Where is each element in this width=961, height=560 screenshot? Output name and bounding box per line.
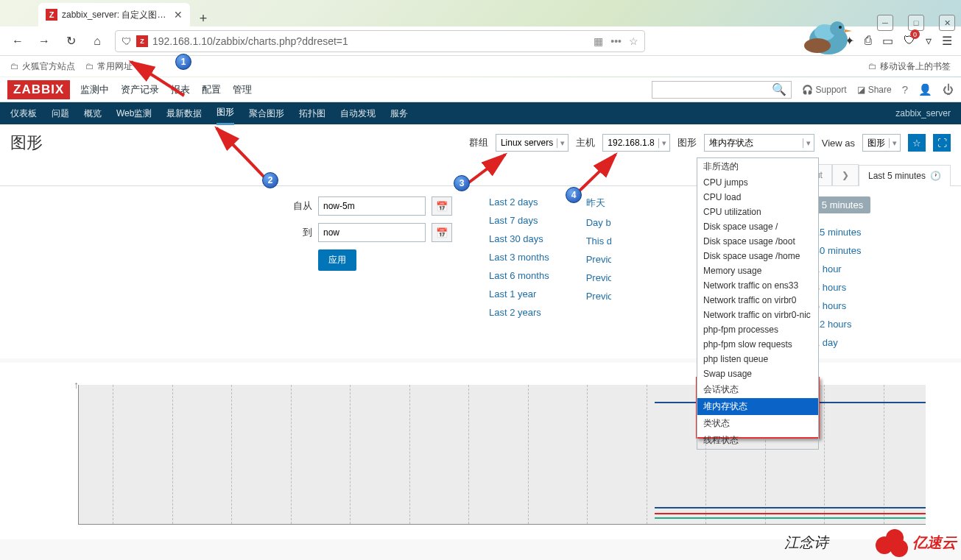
dropdown-option[interactable]: 非所选的 [697,158,818,175]
minimize-button[interactable]: ─ [877,15,893,31]
nav-monitoring[interactable]: 监测中 [80,83,109,96]
group-select[interactable]: Linux servers [496,134,568,152]
quick-link[interactable]: Last 6 months [489,270,549,281]
nav-admin[interactable]: 管理 [233,83,252,96]
bookmark-item[interactable]: 🗀火狐官方站点 [10,60,75,73]
new-tab-button[interactable]: + [190,11,217,26]
subnav-discovery[interactable]: 自动发现 [340,107,376,120]
pocket-icon[interactable]: ▿ [926,34,932,48]
subnav-graphs[interactable]: 图形 [217,106,234,125]
reload-button[interactable]: ↻ [62,32,80,50]
quick-link[interactable]: Last 30 days [489,233,549,244]
tab-title: zabbix_server: 自定义图表 [每... [62,9,169,21]
from-label: 自从 [283,199,312,213]
dropdown-option[interactable]: CPU jumps [697,175,818,190]
library-icon[interactable]: ⎙ [865,34,872,48]
host-label: 主机 [576,136,595,149]
graph-select[interactable]: 堆内存状态 [704,134,814,152]
favorite-button[interactable]: ☆ [908,134,926,152]
address-bar[interactable]: 🛡 Z 192.168.1.10/zabbix/charts.php?ddres… [115,30,645,52]
bookmark-item[interactable]: 🗀移动设备上的书签 [868,60,951,73]
dropdown-option[interactable]: php-fpm slow requests [697,337,818,352]
user-icon[interactable]: 👤 [918,83,932,96]
watermark: 江念诗 亿速云 [784,529,957,556]
quick-link[interactable]: Previou [586,291,611,302]
browser-tab[interactable]: Z zabbix_server: 自定义图表 [每... ✕ [38,3,190,26]
subnav-dashboard[interactable]: 仪表板 [10,107,37,120]
tab-close-icon[interactable]: ✕ [174,9,183,21]
dropdown-option[interactable]: 会话状态 [697,381,818,398]
maximize-button[interactable]: □ [908,15,924,31]
home-button[interactable]: ⌂ [88,32,106,50]
graph-dropdown[interactable]: 非所选的 CPU jumps CPU load CPU utilization … [697,157,819,437]
reader-icon[interactable]: ▭ [882,34,893,48]
zoom-next-button[interactable]: ❯ [832,164,859,185]
apply-button[interactable]: 应用 [318,249,356,271]
quick-link[interactable]: Last 7 days [489,215,549,226]
dropdown-option[interactable]: Disk space usage /boot [697,234,818,249]
zabbix-logo[interactable]: ZABBIX [7,80,70,99]
folder-icon: 🗀 [10,61,19,71]
dropdown-option[interactable]: Network traffic on ens33 [697,278,818,293]
help-icon[interactable]: ? [902,83,908,96]
dropdown-option[interactable]: Swap usage [697,366,818,381]
watermark-logo [876,529,909,556]
clock-icon: 🕐 [930,171,941,181]
subnav-overview[interactable]: 概览 [84,107,102,120]
dropdown-option[interactable]: CPU utilization [697,205,818,219]
dropdown-option[interactable]: CPU load [697,190,818,205]
dropdown-option[interactable]: Disk space usage / [697,219,818,234]
annotation-arrow [576,152,627,199]
search-input[interactable]: 🔍 [652,81,792,99]
viewas-select[interactable]: 图形 [862,134,901,152]
close-window-button[interactable]: ✕ [939,15,955,31]
annotation-bubble-2: 2 [262,172,278,188]
calendar-icon[interactable]: 📅 [432,223,452,242]
folder-icon: 🗀 [868,61,877,71]
quick-link[interactable]: Previou [586,254,611,265]
quick-link[interactable]: Last 2 days [489,196,549,208]
menu-icon[interactable]: ☰ [942,34,952,48]
dropdown-option[interactable]: 线程状态 [697,432,818,449]
forward-button[interactable]: → [35,32,53,50]
host-select[interactable]: 192.168.1.8 [602,134,669,152]
subnav-services[interactable]: 服务 [390,107,408,120]
subnav-screens[interactable]: 聚合图形 [249,107,284,120]
more-icon[interactable]: ••• [610,35,622,47]
time-range-tab[interactable]: Last 5 minutes 🕐 [859,165,951,186]
dropdown-option[interactable]: Memory usage [697,263,818,278]
quick-link[interactable]: This da [586,235,611,247]
badge-icon[interactable]: 🛡0 [904,34,915,48]
to-input[interactable] [318,223,426,242]
qr-icon[interactable]: ▦ [594,35,603,47]
from-input[interactable] [318,196,426,216]
calendar-icon[interactable]: 📅 [432,196,452,216]
subnav-maps[interactable]: 拓扑图 [299,107,325,120]
support-link[interactable]: 🎧Support [802,85,847,95]
shield-icon[interactable]: 🛡 [122,35,132,47]
viewas-label: View as [822,138,855,149]
dropdown-option-selected[interactable]: 堆内存状态 [697,398,818,415]
back-button[interactable]: ← [9,32,27,50]
share-link[interactable]: ◪Share [857,85,892,95]
nav-config[interactable]: 配置 [202,83,221,96]
quick-link[interactable]: Previou [586,272,611,283]
logout-icon[interactable]: ⏻ [943,83,954,96]
fullscreen-button[interactable]: ⛶ [933,134,951,152]
bookmark-star-icon[interactable]: ☆ [629,35,638,47]
dropdown-option[interactable]: php-fpm processes [697,322,818,337]
subnav-web[interactable]: Web监测 [116,107,152,120]
quick-link[interactable]: Last 3 months [489,252,549,263]
quick-link[interactable]: Last 2 years [489,307,549,318]
quick-link[interactable]: Day bef [586,217,611,228]
dropdown-option[interactable]: Disk space usage /home [697,249,818,263]
subnav-latest[interactable]: 最新数据 [166,107,202,120]
to-label: 到 [283,226,312,239]
dropdown-option[interactable]: Network traffic on virbr0-nic [697,308,818,322]
dropdown-option[interactable]: 类状态 [697,415,818,432]
dropdown-option[interactable]: php listen queue [697,352,818,366]
subnav-problems[interactable]: 问题 [52,107,69,120]
dropdown-option[interactable]: Network traffic on virbr0 [697,293,818,308]
quick-link[interactable]: Last 1 year [489,288,549,300]
extensions-icon[interactable]: ✦ [845,34,854,48]
